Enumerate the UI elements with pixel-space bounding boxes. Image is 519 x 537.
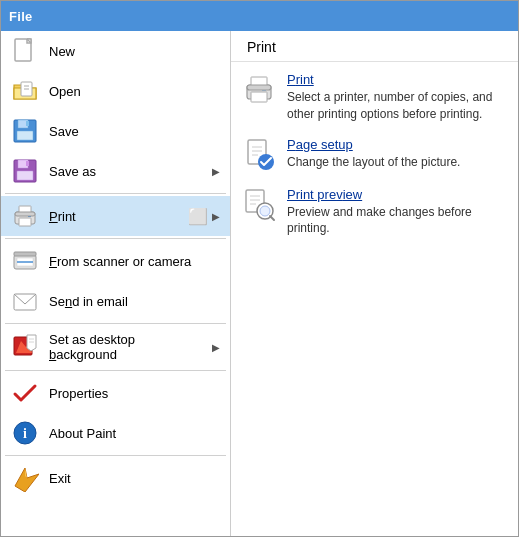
menu-item-open-label: Open <box>49 84 220 99</box>
svg-rect-8 <box>26 121 29 126</box>
menu-item-save-as-label: Save as <box>49 164 202 179</box>
right-item-print-preview-desc: Preview and make changes before printing… <box>287 204 508 238</box>
cursor-indicator: ⬜ <box>188 207 208 226</box>
menu-item-about-label: About Paint <box>49 426 220 441</box>
right-item-print-preview-title[interactable]: Print preview <box>287 187 508 202</box>
separator-5 <box>5 455 226 456</box>
menu-item-save-as[interactable]: Save as ▶ <box>1 151 230 191</box>
app-window: File New <box>0 0 519 537</box>
svg-rect-21 <box>14 252 36 256</box>
right-item-print-title[interactable]: Print <box>287 72 508 87</box>
right-item-print-desc: Select a printer, number of copies, and … <box>287 89 508 123</box>
email-icon <box>11 287 39 315</box>
svg-rect-11 <box>17 171 33 180</box>
right-item-page-setup[interactable]: Page setup Change the layout of the pict… <box>241 137 508 173</box>
separator-4 <box>5 370 226 371</box>
right-page-setup-icon <box>241 137 277 173</box>
menu-item-save[interactable]: Save <box>1 111 230 151</box>
right-print-preview-icon <box>241 187 277 223</box>
about-icon: i <box>11 419 39 447</box>
save-as-arrow: ▶ <box>212 166 220 177</box>
right-panel: Print Print Sele <box>231 31 518 536</box>
separator-3 <box>5 323 226 324</box>
right-panel-content: Print Select a printer, number of copies… <box>231 62 518 247</box>
menu-item-open[interactable]: Open <box>1 71 230 111</box>
desktop-icon <box>11 333 39 361</box>
right-panel-title: Print <box>231 31 518 62</box>
svg-marker-25 <box>27 335 36 351</box>
menu-item-new[interactable]: New <box>1 31 230 71</box>
menu-item-scanner[interactable]: From scanner or camera <box>1 241 230 281</box>
right-item-print-preview[interactable]: Print preview Preview and make changes b… <box>241 187 508 238</box>
menu-item-desktop-label: Set as desktop background <box>49 332 202 362</box>
menu-item-about[interactable]: i About Paint <box>1 413 230 453</box>
menu-item-properties[interactable]: Properties <box>1 373 230 413</box>
menu-item-print-label: Print <box>49 209 202 224</box>
separator-1 <box>5 193 226 194</box>
right-item-print-preview-text: Print preview Preview and make changes b… <box>287 187 508 238</box>
exit-icon <box>11 464 39 492</box>
svg-rect-33 <box>251 92 267 102</box>
menu-item-new-label: New <box>49 44 220 59</box>
main-content: New Open <box>1 31 518 536</box>
print-icon <box>11 202 39 230</box>
svg-marker-30 <box>15 468 39 492</box>
menu-item-properties-label: Properties <box>49 386 220 401</box>
save-icon <box>11 117 39 145</box>
title-bar-text: File <box>9 9 33 24</box>
right-item-page-setup-title[interactable]: Page setup <box>287 137 460 152</box>
scanner-icon <box>11 247 39 275</box>
right-item-page-setup-text: Page setup Change the layout of the pict… <box>287 137 460 171</box>
print-arrow: ▶ <box>212 211 220 222</box>
menu-item-exit-label: Exit <box>49 471 220 486</box>
right-item-print-text: Print Select a printer, number of copies… <box>287 72 508 123</box>
svg-text:i: i <box>23 426 27 441</box>
right-item-page-setup-desc: Change the layout of the picture. <box>287 154 460 171</box>
svg-rect-17 <box>15 212 35 216</box>
svg-rect-14 <box>19 218 31 226</box>
svg-rect-12 <box>26 161 29 166</box>
open-icon <box>11 77 39 105</box>
menu-item-save-label: Save <box>49 124 220 139</box>
menu-item-email-label: Send in email <box>49 294 220 309</box>
menu-item-print[interactable]: Print ⬜ ▶ <box>1 196 230 236</box>
svg-line-48 <box>270 216 274 220</box>
menu-item-email[interactable]: Send in email <box>1 281 230 321</box>
file-menu-panel: New Open <box>1 31 231 536</box>
right-print-icon <box>241 72 277 108</box>
title-bar: File <box>1 1 518 31</box>
menu-item-desktop[interactable]: Set as desktop background ▶ <box>1 326 230 368</box>
svg-point-47 <box>260 206 270 216</box>
right-item-print[interactable]: Print Select a printer, number of copies… <box>241 72 508 123</box>
separator-2 <box>5 238 226 239</box>
svg-rect-36 <box>247 85 271 90</box>
svg-rect-7 <box>17 131 33 140</box>
properties-icon <box>11 379 39 407</box>
menu-item-scanner-label: From scanner or camera <box>49 254 220 269</box>
desktop-arrow: ▶ <box>212 342 220 353</box>
new-icon <box>11 37 39 65</box>
save-as-icon <box>11 157 39 185</box>
menu-item-exit[interactable]: Exit <box>1 458 230 498</box>
